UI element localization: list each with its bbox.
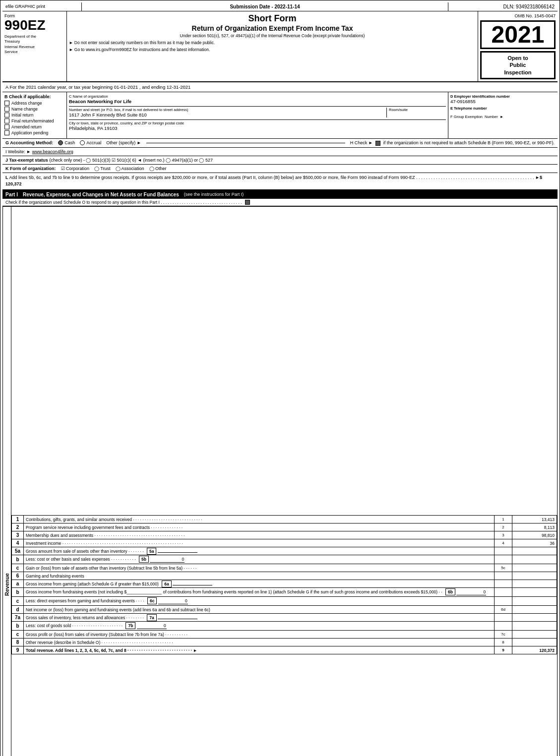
org-info-block: C Name of organization Beacon Networking… xyxy=(67,92,448,138)
tax-501c3[interactable]: ◯ 501(c)(3) xyxy=(86,158,110,163)
check-section: B Check if applicable: Address change Na… xyxy=(2,92,558,139)
line-5b-amount xyxy=(512,555,557,564)
ein-value: 47-0916855 xyxy=(450,99,556,104)
line-6b-num: b xyxy=(12,588,24,597)
revenue-inner: 1 Contributions, gifts, grants, and simi… xyxy=(11,207,558,756)
part-i-header: Part I Revenue, Expenses, and Changes in… xyxy=(2,190,558,199)
line-9-desc: Total revenue. Add lines 1, 2, 3, 4, 5c,… xyxy=(24,646,495,654)
address-label: Number and street (or P.O. box, if mail … xyxy=(69,108,386,112)
org-association[interactable]: ◯ Association xyxy=(116,166,144,171)
check-address-change[interactable]: Address change xyxy=(4,101,64,106)
check-amended-return[interactable]: Amended return xyxy=(4,124,64,129)
name-change-checkbox[interactable] xyxy=(4,107,9,112)
cash-radio[interactable]: Cash xyxy=(58,140,75,145)
section-a: A For the 2021 calendar year, or tax yea… xyxy=(2,82,558,92)
form-notice1: ► Do not enter social security numbers o… xyxy=(69,40,476,46)
j-note: (check only one) - xyxy=(49,158,85,163)
form-link: ► Go to www.irs.gov/Form990EZ for instru… xyxy=(69,47,476,53)
application-pending-checkbox[interactable] xyxy=(4,130,9,135)
line-5a-row: 5a Gross amount from sale of assets othe… xyxy=(12,547,557,555)
amended-return-checkbox[interactable] xyxy=(4,124,9,129)
accrual-radio-button[interactable] xyxy=(80,140,85,145)
line-7c-desc: Gross profit or (loss) from sales of inv… xyxy=(24,631,495,639)
line-3-num: 3 xyxy=(12,531,24,539)
line-6c-amount xyxy=(512,597,557,606)
line-2-desc: Program service revenue including govern… xyxy=(24,523,495,531)
part-i-see-note: (see the instructions for Part I) xyxy=(184,192,244,197)
org-name: Beacon Networking For Life xyxy=(69,99,446,104)
line-6d-amount xyxy=(512,606,557,614)
org-other[interactable]: ◯ Other xyxy=(149,166,167,171)
line-2-num: 2 xyxy=(12,523,24,531)
j-label: J Tax-exempt status xyxy=(5,158,48,163)
line-5c-num: c xyxy=(12,564,24,572)
line-7a-amount xyxy=(512,614,557,622)
application-pending-label: Application pending xyxy=(11,130,48,135)
final-return-checkbox[interactable] xyxy=(4,118,9,123)
line-5a-desc: Gross amount from sale of assets other t… xyxy=(24,547,495,555)
line-6b-amount xyxy=(512,588,557,597)
top-bar: efile GRAPHIC print Submission Date - 20… xyxy=(2,2,558,11)
line-9-row: 9 Total revenue. Add lines 1, 2, 3, 4, 5… xyxy=(12,646,557,654)
part-i-desc: Revenue, Expenses, and Changes in Net As… xyxy=(23,192,179,197)
i-label: I Website: ► xyxy=(5,149,31,154)
line-6-row: 6 Gaming and fundraising events xyxy=(12,572,557,580)
form-year-block: OMB No. 1545-0047 2021 Open to Public In… xyxy=(478,11,558,81)
revenue-side-label: Revenue xyxy=(3,207,11,756)
org-corporation[interactable]: ☑ Corporation xyxy=(61,166,90,171)
line-6d-row: d Net income or (loss) from gaming and f… xyxy=(12,606,557,614)
line-6-desc: Gaming and fundraising events xyxy=(24,572,495,580)
part-i-label: Part I xyxy=(5,192,18,197)
line-8-ref: 8 xyxy=(495,639,512,646)
line-5a-ref xyxy=(495,547,512,555)
f-label: F Group Exemption Number ► xyxy=(450,115,556,119)
line-6a-desc: Gross income from gaming (attach Schedul… xyxy=(24,580,495,588)
line-7c-row: c Gross profit or (loss) from sales of i… xyxy=(12,631,557,639)
line-6a-ref xyxy=(495,580,512,588)
form-subtitle: Under section 501(c), 527, or 4947(a)(1)… xyxy=(69,33,476,39)
check-final-return[interactable]: Final return/terminated xyxy=(4,118,64,123)
tax-501c6[interactable]: ☑ 501(c)( 6) xyxy=(112,158,136,163)
line-5c-desc: Gain or (loss) from sale of assets other… xyxy=(24,564,495,572)
address-change-label: Address change xyxy=(11,101,42,106)
h-check-label: if the organization is not required to a… xyxy=(383,140,555,145)
line-6b-desc: Gross income from fundraising events (no… xyxy=(24,588,495,597)
tax-row: J Tax-exempt status (check only one) - ◯… xyxy=(2,156,558,165)
line-7b-amount xyxy=(512,622,557,631)
line-8-amount xyxy=(512,639,557,646)
omb-number: OMB No. 1545-0047 xyxy=(480,13,556,18)
line-4-num: 4 xyxy=(12,539,24,547)
tax-527[interactable]: ◯ 527 xyxy=(199,158,213,163)
check-left: B Check if applicable: Address change Na… xyxy=(2,92,67,138)
c-label: C Name of organization xyxy=(69,94,446,99)
city-label: City or town, state or province, country… xyxy=(69,121,446,125)
line-5a-amount xyxy=(512,547,557,555)
cash-radio-button[interactable] xyxy=(58,140,63,145)
tax-4947[interactable]: ◯ 4947(a)(1) or xyxy=(166,158,198,163)
line-7a-desc: Gross sales of inventory, less returns a… xyxy=(24,614,495,622)
h-section: H Check ► if the organization is not req… xyxy=(350,140,555,146)
line-6a-amount xyxy=(512,580,557,588)
accrual-radio[interactable]: Accrual xyxy=(80,140,101,145)
address-change-checkbox[interactable] xyxy=(4,101,9,106)
line-6b-row: b Gross income from fundraising events (… xyxy=(12,588,557,597)
org-trust[interactable]: ◯ Trust xyxy=(94,166,111,171)
check-initial-return[interactable]: Initial return xyxy=(4,113,64,117)
line-2-row: 2 Program service revenue including gove… xyxy=(12,523,557,531)
city-value: Philadelphia, PA 19103 xyxy=(69,125,446,131)
check-application-pending[interactable]: Application pending xyxy=(4,130,64,135)
line-5c-ref: 5c xyxy=(495,564,512,572)
line-4-ref: 4 xyxy=(495,539,512,547)
check-name-change[interactable]: Name change xyxy=(4,107,64,112)
line-7c-ref: 7c xyxy=(495,631,512,639)
line-7b-ref xyxy=(495,622,512,631)
line-9-amount: 120,372 xyxy=(512,646,557,654)
line-1-desc: Contributions, gifts, grants, and simila… xyxy=(24,516,495,523)
other-label: Other (specify) ► xyxy=(106,140,141,145)
line-2-ref: 2 xyxy=(495,523,512,531)
l-dots: . . . . . . . . . . . . . . . . . . . . … xyxy=(416,175,534,180)
initial-return-checkbox[interactable] xyxy=(4,113,9,117)
line-4-amount: 36 xyxy=(512,539,557,547)
line-4-row: 4 Investment income · · · · · · · · · · … xyxy=(12,539,557,547)
k-label: K Form of organization: xyxy=(5,166,56,171)
